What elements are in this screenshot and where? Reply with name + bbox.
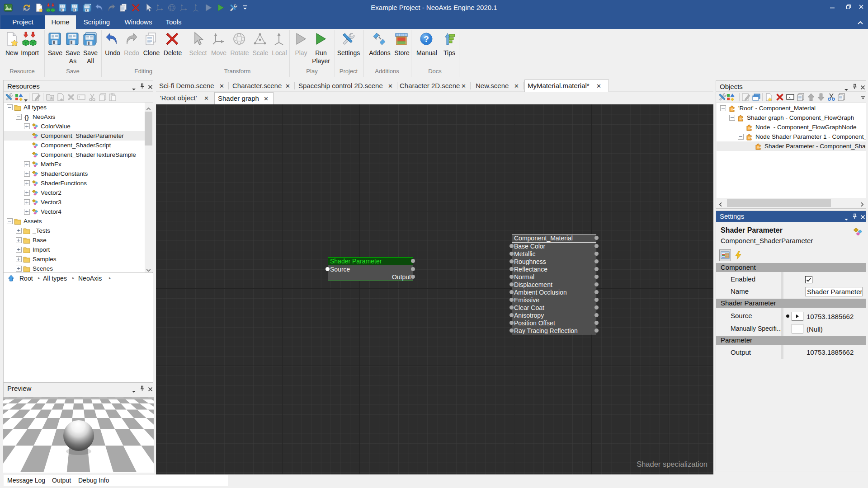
svg-text:?: ?	[424, 34, 429, 44]
svg-text:{}: {}	[24, 114, 29, 121]
svg-text:x: x	[788, 95, 791, 99]
